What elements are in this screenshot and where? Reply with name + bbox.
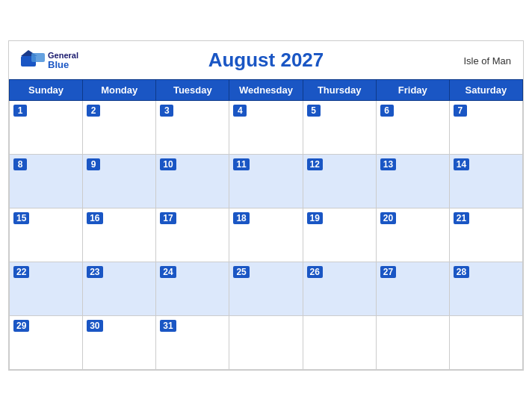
calendar-week-row: 15161718192021 (10, 208, 523, 262)
calendar-cell: 20 (376, 208, 449, 262)
date-number: 24 (160, 266, 176, 278)
date-number: 1 (13, 105, 27, 117)
calendar-cell: 6 (376, 101, 449, 155)
date-number: 12 (307, 158, 323, 170)
header-tuesday: Tuesday (156, 80, 229, 101)
date-number: 11 (233, 158, 249, 170)
calendar-header: General Blue August 2027 Isle of Man (9, 41, 523, 79)
date-number: 9 (87, 158, 100, 170)
date-number: 14 (454, 158, 469, 170)
calendar-cell: 25 (229, 262, 303, 316)
date-number: 20 (380, 212, 396, 224)
calendar-cell: 5 (303, 101, 376, 155)
date-number: 16 (87, 212, 102, 224)
calendar-cell (229, 316, 303, 370)
date-number: 4 (233, 105, 247, 117)
calendar-cell: 3 (156, 101, 229, 155)
calendar-cell: 22 (10, 262, 83, 316)
calendar-cell: 24 (156, 262, 229, 316)
calendar-cell: 23 (83, 262, 156, 316)
calendar-cell: 17 (156, 208, 229, 262)
calendar-cell: 15 (10, 208, 83, 262)
date-number: 15 (13, 212, 29, 224)
header-thursday: Thursday (303, 80, 376, 101)
calendar-cell: 26 (303, 262, 376, 316)
header-friday: Friday (376, 80, 449, 101)
calendar-cell: 19 (303, 208, 376, 262)
calendar-cell (449, 316, 522, 370)
calendar-cell: 28 (449, 262, 522, 316)
calendar-grid: Sunday Monday Tuesday Wednesday Thursday… (9, 79, 523, 370)
calendar-week-row: 1234567 (10, 101, 523, 155)
svg-rect-2 (31, 53, 45, 62)
region-label: Isle of Man (463, 55, 511, 66)
calendar-cell: 18 (229, 208, 303, 262)
date-number: 10 (160, 158, 176, 170)
header-sunday: Sunday (10, 80, 83, 101)
date-number: 7 (454, 105, 467, 117)
date-number: 6 (380, 105, 394, 117)
calendar-cell: 10 (156, 155, 229, 208)
date-number: 5 (307, 105, 321, 117)
date-number: 18 (233, 212, 249, 224)
date-number: 2 (87, 105, 100, 117)
date-number: 22 (13, 266, 29, 278)
date-number: 30 (87, 320, 102, 332)
date-number: 28 (454, 266, 469, 278)
calendar-week-row: 22232425262728 (10, 262, 523, 316)
date-number: 3 (160, 105, 173, 117)
header-wednesday: Wednesday (229, 80, 303, 101)
date-number: 26 (307, 266, 323, 278)
date-number: 21 (454, 212, 469, 224)
date-number: 27 (380, 266, 396, 278)
date-number: 8 (13, 158, 27, 170)
header-monday: Monday (83, 80, 156, 101)
calendar-cell: 7 (449, 101, 522, 155)
calendar-cell (303, 316, 376, 370)
calendar-cell: 1 (10, 101, 83, 155)
date-number: 25 (233, 266, 249, 278)
calendar-cell (376, 316, 449, 370)
logo-blue-text: Blue (48, 60, 78, 69)
calendar-title: August 2027 (208, 49, 324, 72)
date-number: 29 (13, 320, 29, 332)
date-number: 31 (160, 320, 176, 332)
header-saturday: Saturday (449, 80, 522, 101)
calendar-cell: 13 (376, 155, 449, 208)
weekday-header-row: Sunday Monday Tuesday Wednesday Thursday… (10, 80, 523, 101)
date-number: 17 (160, 212, 176, 224)
calendar-week-row: 293031 (10, 316, 523, 370)
calendar-cell: 27 (376, 262, 449, 316)
date-number: 19 (307, 212, 323, 224)
calendar-cell: 12 (303, 155, 376, 208)
date-number: 13 (380, 158, 396, 170)
calendar-cell: 11 (229, 155, 303, 208)
calendar-cell: 8 (10, 155, 83, 208)
calendar-cell: 21 (449, 208, 522, 262)
logo-area: General Blue (21, 50, 78, 71)
calendar-week-row: 891011121314 (10, 155, 523, 208)
calendar-cell: 2 (83, 101, 156, 155)
calendar-cell: 30 (83, 316, 156, 370)
calendar-cell: 29 (10, 316, 83, 370)
calendar-cell: 16 (83, 208, 156, 262)
calendar-cell: 9 (83, 155, 156, 208)
date-number: 23 (87, 266, 102, 278)
calendar-cell: 31 (156, 316, 229, 370)
calendar-container: General Blue August 2027 Isle of Man Sun… (8, 40, 524, 371)
logo-icon (21, 50, 45, 71)
calendar-cell: 4 (229, 101, 303, 155)
calendar-cell: 14 (449, 155, 522, 208)
